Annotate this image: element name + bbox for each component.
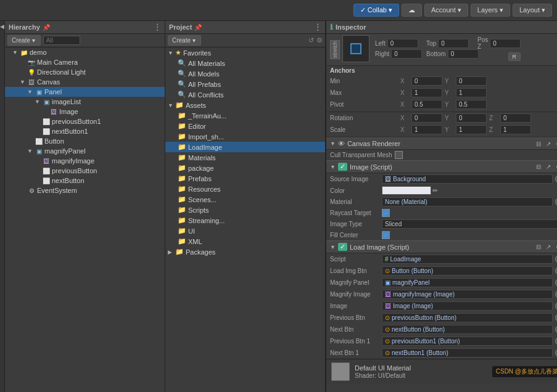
tree-item-panel[interactable]: ▼ ▣ Panel <box>5 87 165 97</box>
load-image-script-action2[interactable]: ↗ <box>544 243 553 250</box>
tree-item-nextbtn1[interactable]: ⬜ nextButton1 <box>5 126 165 136</box>
rotation-x-input[interactable] <box>411 113 442 123</box>
anchor-min-y-input[interactable] <box>456 76 487 86</box>
collab-button[interactable]: ✓ Collab ▾ <box>353 4 399 17</box>
pivot-y-input[interactable] <box>456 100 487 109</box>
load-image-script-header[interactable]: ▼ ✓ Load Image (Script) ⊟ ↗ ⚙ <box>326 240 557 253</box>
layers-button[interactable]: Layers ▾ <box>471 4 510 17</box>
cull-mesh-checkbox[interactable] <box>395 151 403 159</box>
magnify-panel-field[interactable]: ▣ magnifyPanel <box>382 278 553 287</box>
hierarchy-menu-icon[interactable]: ⋮ <box>154 23 161 31</box>
hierarchy-create-button[interactable]: Create ▾ <box>7 35 41 46</box>
top-input[interactable] <box>438 39 469 48</box>
tree-item-magnifypanel[interactable]: ▼ ▣ magnifyPanel <box>5 146 165 156</box>
tree-item-button[interactable]: ⬜ Button <box>5 136 165 146</box>
rotation-z-input[interactable] <box>500 113 531 123</box>
fill-center-checkbox[interactable]: ✓ <box>382 231 390 239</box>
next-btn-field[interactable]: ⊙ nextButton (Button) <box>382 325 553 334</box>
project-terrain[interactable]: 📁 _TerrainAu... <box>165 110 325 121</box>
bottom-input[interactable] <box>448 49 479 59</box>
r-button[interactable]: R <box>508 52 521 61</box>
prev-btn-field[interactable]: ⊙ previousButton (Button) <box>382 313 553 322</box>
project-loadimage[interactable]: 📁 LoadImage <box>165 142 325 152</box>
color-swatch[interactable] <box>382 186 431 195</box>
project-scenes[interactable]: 📁 Scenes... <box>165 194 325 205</box>
project-ui[interactable]: 📁 UI <box>165 226 325 236</box>
tree-item-nextbtn[interactable]: ⬜ nextButton <box>5 176 165 186</box>
canvas-renderer-action3[interactable]: ⚙ <box>554 141 557 147</box>
project-package[interactable]: 📁 package <box>165 163 325 173</box>
magnify-image-field[interactable]: 🖼 magnifyImage (Image) <box>382 290 553 299</box>
left-input[interactable] <box>387 39 418 48</box>
material-field[interactable]: None (Material) <box>382 197 553 206</box>
scale-z-input[interactable] <box>500 125 531 134</box>
anchor-max-x-input[interactable] <box>411 88 442 97</box>
project-menu-icon[interactable]: ⋮ <box>314 23 321 31</box>
project-refresh-icon[interactable]: ↺ <box>308 36 314 44</box>
tree-item-magnifyimage[interactable]: 🖼 magnifyImage <box>5 156 165 166</box>
tree-item-imagelist[interactable]: ▼ ▣ imageList <box>5 97 165 107</box>
project-resources[interactable]: 📁 Resources <box>165 184 325 194</box>
project-all-prefabs[interactable]: 🔍 All Prefabs <box>165 79 325 89</box>
load-image-script-action1[interactable]: ⊟ <box>534 243 543 250</box>
scene-view[interactable] <box>326 21 326 392</box>
scale-y-input[interactable] <box>456 125 487 134</box>
project-packages[interactable]: ▶ 📁 Packages <box>165 247 325 257</box>
tree-item-prevbtn[interactable]: ⬜ previousButton <box>5 166 165 176</box>
project-prefabs[interactable]: 📁 Prefabs <box>165 173 325 184</box>
project-create-button[interactable]: Create ▾ <box>168 35 201 46</box>
scale-x-input[interactable] <box>411 125 442 134</box>
pivot-x-input[interactable] <box>411 100 442 109</box>
rotation-y-input[interactable] <box>456 113 487 123</box>
tree-item-directional-light[interactable]: 💡 Directional Light <box>5 67 165 77</box>
project-all-models[interactable]: 🔍 All Models <box>165 68 325 79</box>
packages-arrow: ▶ <box>168 249 175 255</box>
posz-input[interactable] <box>490 39 521 48</box>
image-ref-field[interactable]: 🖼 Image (Image) <box>382 301 553 311</box>
project-assets[interactable]: ▼ 📁 Assets <box>165 100 325 110</box>
load-image-script-action3[interactable]: ⚙ <box>554 243 557 250</box>
collapse-arrow-icon[interactable]: ◀ <box>0 23 4 30</box>
tree-item-demo[interactable]: ▼ 📁 demo <box>5 47 165 57</box>
project-all-conflicts[interactable]: 🔍 All Conflicts <box>165 89 325 100</box>
image-type-dropdown[interactable]: Sliced ▾ <box>382 219 557 229</box>
project-materials[interactable]: 📁 Materials <box>165 152 325 163</box>
project-streaming[interactable]: 📁 Streaming... <box>165 215 325 226</box>
script-field[interactable]: # LoadImage <box>382 255 553 264</box>
material-name: Default UI Material <box>355 364 411 372</box>
canvas-renderer-action2[interactable]: ↗ <box>544 141 553 147</box>
right-input[interactable] <box>391 49 422 59</box>
anchor-min-x-input[interactable] <box>411 76 442 86</box>
project-xml[interactable]: 📁 XML <box>165 236 325 247</box>
image-script-action2[interactable]: ↗ <box>544 163 553 170</box>
account-button[interactable]: Account ▾ <box>424 4 468 17</box>
project-all-materials[interactable]: 🔍 All Materials <box>165 58 325 68</box>
layout-button[interactable]: Layout ▾ <box>513 4 552 17</box>
project-pin-icon[interactable]: 📌 <box>194 24 202 31</box>
prev-btn1-field[interactable]: ⊙ previousButton1 (Button) <box>382 337 553 346</box>
image-script-action3[interactable]: ⚙ <box>554 163 557 170</box>
source-image-field[interactable]: 🖼 Background <box>382 174 553 184</box>
color-pencil-icon[interactable]: ✏ <box>432 187 438 195</box>
load-img-btn-field[interactable]: ⊙ Button (Button) <box>382 266 553 276</box>
tree-item-prevbtn1[interactable]: ⬜ previousButton1 <box>5 116 165 126</box>
tree-item-image[interactable]: 🖼 Image <box>5 107 165 116</box>
project-scripts[interactable]: 📁 Scripts <box>165 205 325 215</box>
project-editor[interactable]: 📁 Editor <box>165 121 325 131</box>
next-btn1-field[interactable]: ⊙ nextButton1 (Button) <box>382 348 553 357</box>
tree-item-main-camera[interactable]: 📷 Main Camera <box>5 57 165 67</box>
hierarchy-pin-icon[interactable]: 📌 <box>43 24 50 31</box>
image-script-action1[interactable]: ⊟ <box>534 163 543 170</box>
canvas-renderer-header[interactable]: ▼ 👁 Canvas Renderer ⊟ ↗ ⚙ <box>326 137 557 150</box>
canvas-renderer-action1[interactable]: ⊟ <box>534 141 543 147</box>
project-favorites[interactable]: ▼ ★ Favorites <box>165 47 325 58</box>
anchor-max-y-input[interactable] <box>456 88 487 97</box>
tree-item-eventsystem[interactable]: ⚙ EventSystem <box>5 186 165 195</box>
image-script-header[interactable]: ▼ ✓ Image (Script) ⊟ ↗ ⚙ <box>326 160 557 173</box>
project-settings-icon[interactable]: ⚙ <box>316 36 323 44</box>
project-import[interactable]: 📁 Import_sh... <box>165 131 325 142</box>
tree-item-canvas[interactable]: ▼ 🖼 Canvas <box>5 77 165 87</box>
raycast-checkbox[interactable]: ✓ <box>382 209 390 217</box>
hierarchy-search-input[interactable] <box>43 36 80 45</box>
cloud-button[interactable]: ☁ <box>402 4 422 17</box>
